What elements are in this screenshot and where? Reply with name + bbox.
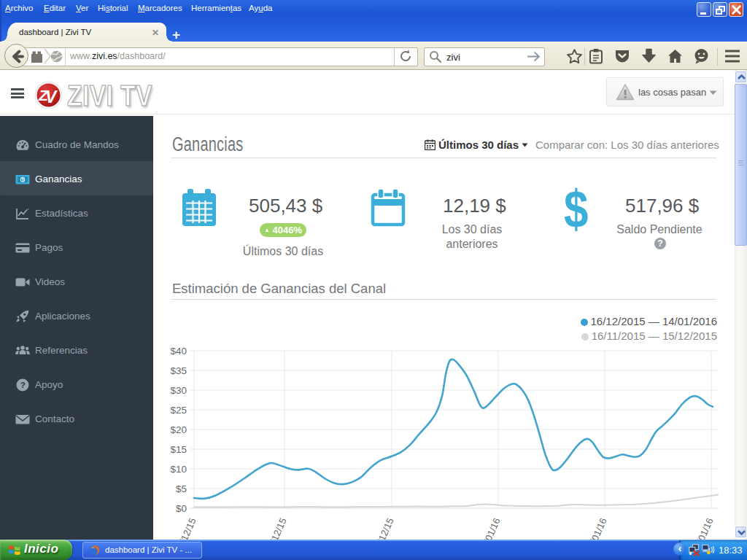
svg-text:$: $ <box>22 177 25 183</box>
svg-text:$20: $20 <box>170 424 187 435</box>
svg-text:?: ? <box>20 381 26 389</box>
svg-text:10/01/16: 10/01/16 <box>584 516 608 540</box>
svg-text:14/01/16: 14/01/16 <box>690 516 715 540</box>
svg-text:$25: $25 <box>170 405 187 416</box>
svg-text:$5: $5 <box>176 483 187 494</box>
svg-text:$40: $40 <box>170 346 187 357</box>
svg-text:$15: $15 <box>170 444 187 455</box>
svg-text:$35: $35 <box>170 365 187 376</box>
svg-text:16/12/15: 16/12/15 <box>173 516 198 540</box>
svg-text:V: V <box>45 88 58 106</box>
svg-text:$10: $10 <box>170 464 187 475</box>
svg-text:$30: $30 <box>170 385 187 396</box>
svg-text:26/12/15: 26/12/15 <box>371 516 395 540</box>
svg-text:$0: $0 <box>176 503 187 514</box>
svg-text:05/01/16: 05/01/16 <box>477 516 502 540</box>
svg-text:21/12/15: 21/12/15 <box>263 516 288 540</box>
